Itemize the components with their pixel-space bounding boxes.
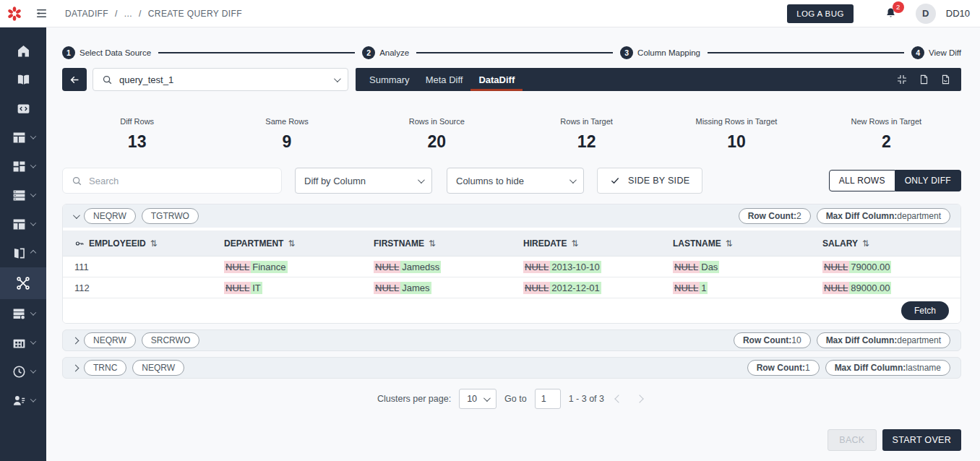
menu-toggle-icon[interactable] — [33, 6, 49, 22]
breadcrumb-ellipsis[interactable]: ... — [124, 9, 132, 19]
row-count-label: Row Count: — [748, 211, 796, 221]
new-value: 2013-10-10 — [550, 261, 601, 273]
username[interactable]: DD10 — [946, 8, 970, 19]
tab-datadiff[interactable]: DataDiff — [470, 68, 523, 91]
old-value: NULL — [822, 282, 849, 294]
column-header-salary: SALARY ⇅ — [811, 231, 960, 256]
stat-value: 13 — [128, 132, 147, 152]
stat-value: 9 — [283, 132, 292, 152]
notifications-button[interactable]: 2 — [882, 5, 900, 22]
step-label: Select Data Source — [79, 48, 151, 57]
log-a-bug-button[interactable]: LOG A BUG — [787, 4, 854, 23]
stat-rows-in-target: Rows in Target 12 — [512, 117, 661, 152]
export-file-button[interactable] — [919, 74, 929, 85]
notification-badge: 2 — [893, 1, 904, 13]
prev-page-button[interactable] — [612, 396, 625, 402]
columns-to-hide-select[interactable]: Columns to hide — [447, 168, 584, 194]
app-logo[interactable] — [6, 5, 23, 22]
sidebar-item-compare[interactable] — [0, 238, 46, 267]
chevron-right-icon — [72, 337, 79, 344]
sidebar-item-widgets[interactable] — [0, 152, 46, 181]
chevron-down-icon — [30, 396, 35, 402]
column-label: EMPLOYEEID — [89, 238, 146, 249]
column-header-hiredate: HIREDATE ⇅ — [512, 231, 661, 256]
export-pdf-button[interactable] — [940, 74, 951, 85]
chevron-left-icon — [614, 395, 622, 402]
sort-icon[interactable]: ⇅ — [862, 238, 869, 249]
logo-flower-icon — [7, 6, 22, 22]
sidebar-item-reports[interactable] — [0, 210, 46, 238]
sidebar-item-datasets[interactable] — [0, 181, 46, 210]
tab-meta-diff[interactable]: Meta Diff — [418, 68, 471, 91]
compress-view-button[interactable] — [896, 74, 908, 85]
clusters-per-page-label: Clusters per page: — [377, 394, 451, 404]
step-analyze[interactable]: 2 Analyze — [362, 46, 409, 59]
back-arrow-button[interactable] — [62, 68, 87, 91]
max-diff-label: Max Diff Column: — [826, 211, 898, 221]
sidebar-item-code[interactable] — [0, 94, 46, 123]
old-value: NULL — [673, 282, 700, 294]
clusters-per-page-select[interactable]: 10 — [459, 389, 497, 409]
query-row: query_test_1 Summary Meta Diff DataDiff — [62, 68, 961, 91]
only-diff-button[interactable]: ONLY DIFF — [895, 170, 961, 191]
side-by-side-checkbox[interactable]: SIDE BY SIDE — [597, 168, 702, 194]
column-header-department: DEPARTMENT ⇅ — [212, 231, 362, 256]
row-count-chip: Row Count:1 — [747, 360, 820, 376]
avatar[interactable]: D — [916, 4, 936, 24]
table-row: 112 NULLIT NULLJames NULL2012-12-01 NULL… — [63, 277, 960, 298]
chevron-right-icon — [635, 395, 643, 402]
chevron-down-icon — [30, 133, 35, 139]
cluster-2-header[interactable]: NEQRW SRCRWO Row Count:10 Max Diff Colum… — [62, 329, 961, 351]
rows-toggle: ALL ROWS ONLY DIFF — [829, 170, 961, 191]
stat-label: Diff Rows — [120, 117, 154, 126]
cell-employeeid: 112 — [63, 277, 212, 298]
old-value: NULL — [673, 261, 700, 273]
step-select-data-source[interactable]: 1 Select Data Source — [62, 46, 151, 59]
sidebar-item-home[interactable] — [0, 36, 46, 65]
stat-label: Rows in Source — [409, 117, 465, 126]
step-number: 4 — [911, 46, 924, 59]
goto-page-input[interactable] — [535, 389, 561, 409]
fetch-button[interactable]: Fetch — [901, 301, 949, 320]
sidebar-item-datadiff[interactable] — [0, 267, 46, 299]
cluster-3-header[interactable]: TRNC NEQRW Row Count:1 Max Diff Column:l… — [62, 357, 961, 379]
fetch-row: Fetch — [63, 298, 960, 323]
step-number: 2 — [362, 46, 375, 59]
sidebar-item-docs[interactable] — [0, 65, 46, 94]
sort-icon[interactable]: ⇅ — [726, 238, 733, 249]
stat-same-rows: Same Rows 9 — [212, 117, 361, 152]
sort-icon[interactable]: ⇅ — [150, 238, 158, 249]
sort-icon[interactable]: ⇅ — [288, 238, 295, 249]
step-column-mapping[interactable]: 3 Column Mapping — [620, 46, 700, 59]
chevron-down-icon — [30, 367, 35, 373]
sort-icon[interactable]: ⇅ — [429, 238, 436, 249]
compress-icon — [896, 74, 908, 85]
sidebar-item-history[interactable] — [0, 357, 46, 386]
step-view-diff[interactable]: 4 View Diff — [911, 46, 961, 59]
row-count-value: 1 — [805, 363, 810, 373]
chevron-down-icon — [569, 176, 577, 184]
chevron-down-icon — [30, 220, 35, 225]
chevron-right-icon — [72, 364, 79, 371]
stat-label: Rows in Target — [560, 117, 613, 126]
sidebar-item-users[interactable] — [0, 386, 46, 415]
step-label: Column Mapping — [637, 48, 700, 57]
cell-lastname: NULL1 — [661, 277, 811, 298]
all-rows-button[interactable]: ALL ROWS — [829, 170, 895, 191]
start-over-button[interactable]: START OVER — [882, 429, 962, 451]
sidebar-item-database[interactable] — [0, 299, 46, 328]
sort-icon[interactable]: ⇅ — [571, 238, 578, 249]
next-page-button[interactable] — [633, 396, 646, 402]
query-select[interactable]: query_test_1 — [93, 68, 348, 91]
breadcrumb-root[interactable]: DATADIFF — [65, 9, 108, 19]
search-input[interactable] — [89, 176, 272, 186]
sidebar-item-layouts[interactable] — [0, 123, 46, 152]
diff-by-column-select[interactable]: Diff by Column — [295, 168, 432, 194]
tab-summary[interactable]: Summary — [361, 68, 418, 91]
cluster-tag: NEQRW — [84, 208, 136, 224]
row-count-chip: Row Count:2 — [739, 208, 811, 224]
cell-value: 111 — [74, 262, 89, 272]
cluster-1-header[interactable]: NEQRW TGTRWO Row Count:2 Max Diff Column… — [63, 204, 960, 228]
sidebar-item-organization[interactable] — [0, 328, 46, 357]
back-button[interactable]: BACK — [828, 429, 876, 451]
